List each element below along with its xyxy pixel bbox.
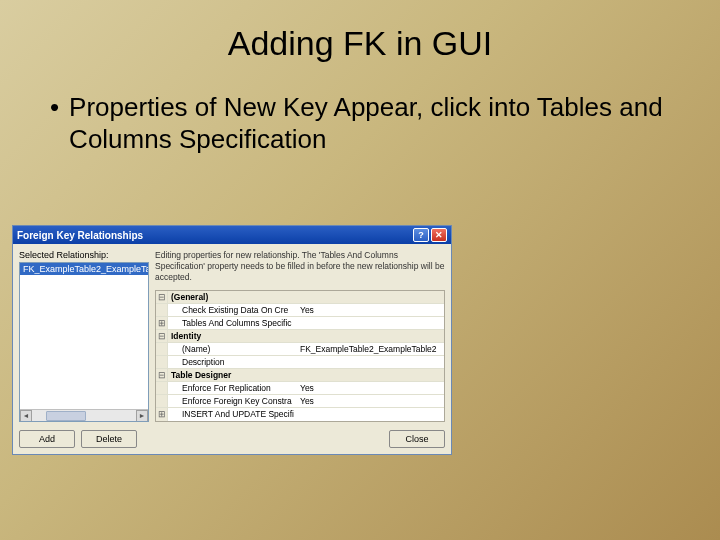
list-item[interactable]: FK_ExampleTable2_ExampleTab	[20, 263, 148, 275]
expand-icon[interactable]: ⊞	[156, 317, 168, 329]
scroll-left-icon[interactable]: ◄	[20, 410, 32, 422]
prop-enforce-replication[interactable]: Enforce For Replication Yes	[156, 382, 444, 395]
prop-check-existing[interactable]: Check Existing Data On Cre Yes	[156, 304, 444, 317]
collapse-icon[interactable]: ⊟	[156, 369, 168, 381]
scroll-right-icon[interactable]: ►	[136, 410, 148, 422]
delete-button[interactable]: Delete	[81, 430, 137, 448]
hint-text: Editing properties for new relationship.…	[155, 250, 445, 284]
dialog-title: Foreign Key Relationships	[17, 230, 413, 241]
help-button[interactable]: ?	[413, 228, 429, 242]
horizontal-scrollbar[interactable]: ◄ ►	[20, 409, 148, 421]
prop-enforce-fk[interactable]: Enforce Foreign Key Constra Yes	[156, 395, 444, 408]
property-grid[interactable]: ⊟ (General) Check Existing Data On Cre Y…	[155, 290, 445, 422]
slide-title: Adding FK in GUI	[0, 0, 720, 63]
collapse-icon[interactable]: ⊟	[156, 291, 168, 303]
close-button[interactable]: Close	[389, 430, 445, 448]
relationship-listbox[interactable]: FK_ExampleTable2_ExampleTab ◄ ►	[19, 262, 149, 422]
category-identity[interactable]: ⊟ Identity	[156, 330, 444, 343]
bullet-dot: •	[50, 91, 59, 123]
fk-relationships-dialog: Foreign Key Relationships ? ✕ Selected R…	[12, 225, 452, 455]
bullet-text: Properties of New Key Appear, click into…	[69, 91, 670, 155]
close-icon[interactable]: ✕	[431, 228, 447, 242]
bullet-list: • Properties of New Key Appear, click in…	[50, 91, 670, 155]
prop-name[interactable]: (Name) FK_ExampleTable2_ExampleTable2	[156, 343, 444, 356]
expand-icon[interactable]: ⊞	[156, 408, 168, 421]
collapse-icon[interactable]: ⊟	[156, 330, 168, 342]
category-general[interactable]: ⊟ (General)	[156, 291, 444, 304]
prop-description[interactable]: Description	[156, 356, 444, 369]
prop-insert-update[interactable]: ⊞ INSERT And UPDATE Specifi	[156, 408, 444, 421]
dialog-titlebar: Foreign Key Relationships ? ✕	[13, 226, 451, 244]
prop-tables-columns[interactable]: ⊞ Tables And Columns Specific	[156, 317, 444, 330]
scroll-thumb[interactable]	[46, 411, 86, 421]
add-button[interactable]: Add	[19, 430, 75, 448]
selected-relationship-label: Selected Relationship:	[19, 250, 149, 260]
category-table-designer[interactable]: ⊟ Table Designer	[156, 369, 444, 382]
